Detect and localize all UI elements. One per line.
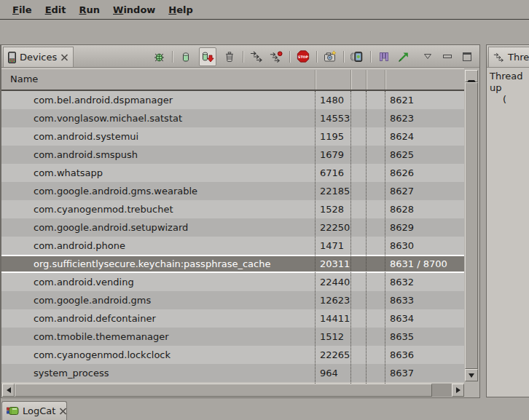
table-row[interactable]: com.android.smspush16798625 [1, 146, 464, 164]
cell-empty [350, 218, 366, 237]
menu-file[interactable]: File [6, 4, 39, 15]
table-row[interactable]: com.android.systemui11958624 [1, 127, 464, 146]
tab-logcat[interactable]: LogCat [1, 401, 67, 420]
threads-message: Thread up ( [487, 68, 529, 397]
table-row[interactable]: com.cyanogenmod.trebuchet15288628 [1, 200, 464, 218]
view-menu-icon[interactable] [421, 49, 434, 64]
column-divider[interactable] [366, 70, 367, 90]
tab-devices[interactable]: Devices [3, 47, 74, 67]
cell-empty [350, 237, 366, 255]
column-guide-line [350, 91, 351, 384]
process-pid: 1512 [315, 328, 350, 346]
column-guide-line [366, 91, 367, 384]
close-icon[interactable] [60, 54, 68, 61]
process-pid: 1480 [315, 91, 350, 109]
cell-empty [366, 127, 385, 146]
column-header-name[interactable]: Name [10, 69, 38, 89]
process-name: com.google.android.gms [1, 291, 315, 309]
debug-process-icon[interactable] [152, 49, 165, 64]
scroll-right-button[interactable] [452, 384, 464, 397]
process-pid: 14553 [315, 109, 350, 127]
table-row[interactable]: com.tmobile.thememanager15128635 [1, 328, 464, 346]
process-port: 8621 [385, 91, 464, 109]
process-name: com.android.smspush [1, 146, 315, 164]
cell-empty [366, 164, 385, 182]
cell-empty [366, 346, 385, 364]
menu-run[interactable]: Run [73, 4, 107, 15]
cell-empty [350, 109, 366, 127]
cell-empty [366, 200, 385, 218]
process-port: 8626 [385, 164, 464, 182]
cell-empty [350, 273, 366, 291]
threads-view: Threads Thread up ( [486, 44, 529, 397]
scroll-down-button[interactable] [465, 369, 478, 381]
process-name: com.whatsapp [1, 164, 315, 182]
columns-icon[interactable] [377, 49, 391, 64]
cell-empty [350, 291, 366, 309]
table-row[interactable]: com.vonglasow.michael.satstat145538623 [1, 109, 464, 127]
device-phone-icon [8, 52, 16, 63]
update-threads-icon[interactable] [250, 49, 263, 64]
reset-arrow-icon[interactable] [397, 49, 410, 64]
cell-empty [366, 146, 385, 164]
application-window: File Edit Run Window Help [0, 0, 529, 420]
vertical-scrollbar[interactable] [465, 70, 478, 381]
cell-empty [366, 291, 385, 309]
menu-window[interactable]: Window [106, 4, 162, 15]
device-screen-icon[interactable] [350, 49, 364, 64]
update-heap-icon[interactable] [179, 49, 192, 64]
cell-empty [350, 91, 366, 109]
start-method-profiling-icon[interactable] [270, 49, 283, 64]
tab-threads[interactable]: Threads [488, 47, 529, 67]
table-row[interactable]: com.android.defcontainer144118634 [1, 309, 464, 328]
scroll-up-button[interactable] [465, 70, 478, 82]
menu-bar: File Edit Run Window Help [0, 0, 529, 20]
table-row[interactable]: com.whatsapp67168626 [1, 164, 464, 182]
process-name: com.tmobile.thememanager [1, 328, 315, 346]
scroll-left-button[interactable] [2, 384, 15, 397]
table-row[interactable]: com.google.android.setupwizard222508629 [1, 218, 464, 237]
table-row[interactable]: com.cyanogenmod.lockclock222658636 [1, 346, 464, 364]
cause-gc-icon[interactable] [223, 49, 236, 64]
process-name: com.vonglasow.michael.satstat [1, 109, 315, 127]
cell-empty [366, 309, 385, 328]
table-row[interactable]: com.google.android.gms.wearable221858627 [1, 182, 464, 200]
process-port: 8623 [385, 109, 464, 127]
cell-empty [366, 109, 385, 127]
screen-capture-icon[interactable] [324, 49, 337, 64]
cell-empty [366, 364, 385, 382]
tab-logcat-label: LogCat [23, 405, 55, 416]
table-row[interactable]: system_process9648637 [1, 364, 464, 382]
process-name: com.cyanogenmod.trebuchet [1, 200, 315, 218]
process-name: system_process [1, 364, 315, 382]
table-row[interactable]: com.bel.android.dspmanager14808621 [1, 91, 464, 109]
minimize-icon[interactable] [441, 49, 454, 64]
cell-empty [350, 127, 366, 146]
cell-empty [350, 309, 366, 328]
vertical-scrollbar-thumb[interactable] [465, 82, 478, 369]
process-pid: 1679 [315, 146, 350, 164]
process-name: com.bel.android.dspmanager [1, 91, 315, 109]
cell-empty [350, 182, 366, 200]
table-row[interactable]: org.sufficientlysecure.keychain:passphra… [1, 255, 464, 273]
cell-empty [350, 256, 366, 272]
menu-help[interactable]: Help [162, 4, 199, 15]
table-row[interactable]: com.google.android.gms126238633 [1, 291, 464, 309]
stop-process-icon[interactable]: STOP [297, 49, 310, 64]
toolbar-separator [289, 51, 290, 63]
horizontal-scrollbar[interactable] [2, 384, 464, 397]
maximize-icon[interactable] [461, 49, 474, 64]
cell-empty [366, 182, 385, 200]
cell-empty [350, 146, 366, 164]
table-row[interactable]: com.android.phone14718630 [1, 237, 464, 255]
close-icon[interactable] [59, 408, 67, 415]
horizontal-scrollbar-thumb[interactable] [15, 384, 432, 397]
column-guide-line [315, 91, 316, 384]
column-divider[interactable] [350, 70, 351, 90]
process-pid: 1195 [315, 127, 350, 146]
column-divider[interactable] [315, 70, 316, 90]
dump-hprof-icon[interactable] [199, 47, 216, 66]
column-divider[interactable] [385, 70, 385, 90]
menu-edit[interactable]: Edit [39, 4, 73, 15]
table-row[interactable]: com.android.vending224408632 [1, 273, 464, 291]
